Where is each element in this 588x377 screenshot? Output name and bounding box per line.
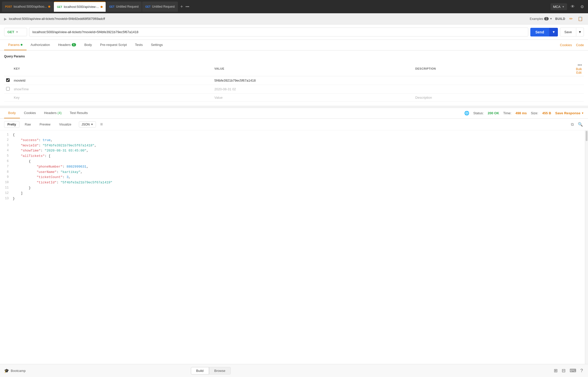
param-desc: [413, 85, 574, 94]
json-line: 9 "ticketCount": 3,: [0, 175, 585, 180]
request-tabs-nav: Params Authorization Headers 6 Body Pre-…: [0, 40, 588, 51]
examples-count-badge: 1: [544, 17, 549, 20]
copy-button[interactable]: ⧉: [570, 121, 575, 128]
save-response-button[interactable]: Save Response ▼: [555, 111, 584, 115]
bootcamp-label: Bootcamp: [11, 369, 26, 373]
method-label: GET: [7, 30, 14, 34]
size-label: Size:: [531, 111, 538, 115]
response-meta: 🌐 Status: 200 OK Time: 498 ms Size: 455 …: [464, 111, 584, 116]
notes-icon-button[interactable]: 📋: [577, 15, 584, 22]
checkbox-col-header: [4, 61, 12, 76]
tab-title: localhost:5000/api/boo...: [14, 5, 47, 8]
rtab-body[interactable]: Body: [4, 108, 20, 118]
table-row: showTime 2020-08-31 02: [4, 85, 584, 94]
response-area: Body Cookies Headers (4) Test Results 🌐 …: [0, 108, 588, 364]
split-icon-button[interactable]: ⊟: [561, 367, 567, 374]
help-icon-button[interactable]: ?: [579, 367, 584, 374]
json-line: 10 "ticketId": "5f4bfe3a21b79ec5f67a1419…: [0, 180, 585, 185]
json-content: 1 { 2 "success": true, 3 "movieId": "5f4…: [0, 130, 585, 364]
json-line: 6 {: [0, 159, 585, 164]
new-key-placeholder: Key: [14, 96, 19, 99]
bootcamp-button[interactable]: 🎓 Bootcamp: [4, 368, 26, 373]
browse-tab-button[interactable]: Browse: [209, 367, 231, 374]
search-button[interactable]: 🔍: [577, 121, 584, 128]
scrollbar-thumb[interactable]: [586, 131, 587, 141]
breadcrumb-url: localhost:5000/api/view-all-tickets?movi…: [9, 17, 528, 21]
bulk-edit-button[interactable]: Bulk Edit: [576, 67, 582, 74]
headers-badge: 6: [72, 43, 76, 46]
method-select[interactable]: GET ▼: [4, 28, 27, 36]
workspace-name: MCA: [553, 5, 560, 9]
tab-post[interactable]: POST localhost:5000/api/boo...: [2, 2, 53, 12]
size-value: 455 B: [542, 111, 551, 115]
examples-button[interactable]: Examples 1 ▼: [530, 17, 552, 21]
bootcamp-icon: 🎓: [4, 368, 9, 373]
save-button[interactable]: Save: [560, 28, 576, 36]
build-button[interactable]: BUILD: [555, 17, 565, 21]
tab-get-untitled-2[interactable]: GET Untitled Request: [142, 2, 178, 12]
table-row-new: Key Value Description: [4, 94, 584, 102]
tab-get-active[interactable]: GET localhost:5000/api/view-...: [54, 2, 106, 12]
headers-count: (4): [57, 111, 62, 115]
tab-pre-request[interactable]: Pre-request Script: [96, 40, 131, 50]
send-dropdown-button[interactable]: ▼: [549, 28, 558, 36]
json-line: 5 "allTickets": [: [0, 154, 585, 159]
json-line: 8 "userName": "kartikay",: [0, 170, 585, 175]
status-value: 200 OK: [488, 111, 499, 115]
query-params-section: Query Params KEY VALUE DESCRIPTION ••• B…: [0, 51, 588, 106]
format-type-label: JSON: [82, 123, 90, 126]
method-chevron-icon: ▼: [16, 31, 18, 33]
sliders-icon-button[interactable]: ⚙: [578, 3, 586, 10]
url-input[interactable]: [29, 28, 528, 36]
desc-col-header: DESCRIPTION: [413, 61, 574, 76]
format-tab-pretty[interactable]: Pretty: [4, 121, 19, 128]
breadcrumb-arrow-icon: ▶: [4, 17, 7, 21]
tab-get-untitled-1[interactable]: GET Untitled Request: [106, 2, 142, 12]
cookies-link[interactable]: Cookies: [560, 43, 572, 47]
new-value-placeholder: Value: [214, 96, 223, 99]
new-tab-button[interactable]: +: [179, 3, 184, 10]
row-checkbox[interactable]: [6, 87, 10, 91]
scrollbar-track[interactable]: [585, 130, 588, 364]
param-value: 5f4bfe3921b79ec5f67a1418: [214, 79, 256, 82]
eye-icon-button[interactable]: 👁: [569, 3, 577, 10]
json-line: 13 }: [0, 196, 585, 202]
tab-settings[interactable]: Settings: [147, 40, 167, 50]
code-link[interactable]: Code: [576, 43, 584, 47]
keyboard-icon-button[interactable]: ⌨: [569, 367, 577, 374]
workspace-selector[interactable]: MCA ▼: [550, 3, 567, 10]
format-tab-preview[interactable]: Preview: [36, 121, 54, 128]
word-wrap-icon-button[interactable]: ≡: [99, 121, 104, 128]
format-type-select[interactable]: JSON ▼: [79, 121, 96, 128]
more-params-button[interactable]: •••: [578, 63, 582, 67]
more-tabs-button[interactable]: •••: [185, 4, 190, 10]
chevron-down-icon: ▼: [91, 123, 93, 126]
format-tab-raw[interactable]: Raw: [21, 121, 34, 128]
json-line: 7 "phoneNumber": 8802999631,: [0, 164, 585, 170]
rtab-headers[interactable]: Headers (4): [40, 108, 66, 118]
tab-method-badge: GET: [109, 5, 115, 8]
tab-method-badge: GET: [145, 5, 151, 8]
save-dropdown-button[interactable]: ▼: [576, 28, 584, 36]
edit-icon-button[interactable]: ✏: [568, 15, 574, 22]
json-line: 1 {: [0, 132, 585, 138]
rtab-test-results[interactable]: Test Results: [66, 108, 92, 118]
actions-col-header: ••• Bulk Edit: [574, 61, 584, 76]
tab-body[interactable]: Body: [80, 40, 96, 50]
chevron-down-icon: ▼: [562, 5, 565, 8]
tab-headers[interactable]: Headers 6: [54, 40, 80, 50]
tab-method-badge: GET: [57, 6, 62, 8]
tab-params[interactable]: Params: [4, 40, 27, 50]
format-tab-visualize[interactable]: Visualize: [56, 121, 75, 128]
rtab-cookies[interactable]: Cookies: [20, 108, 40, 118]
layout-icon-button[interactable]: ⊞: [553, 367, 559, 374]
build-tab-button[interactable]: Build: [191, 367, 209, 374]
send-button[interactable]: Send: [530, 28, 549, 36]
status-label: Status:: [473, 111, 484, 115]
tab-tests[interactable]: Tests: [131, 40, 147, 50]
tab-dirty-dot: [101, 6, 103, 8]
tab-method-badge: POST: [5, 5, 12, 8]
params-table: KEY VALUE DESCRIPTION ••• Bulk Edit movi…: [4, 61, 584, 102]
row-checkbox[interactable]: [6, 78, 10, 82]
tab-authorization[interactable]: Authorization: [27, 40, 54, 50]
